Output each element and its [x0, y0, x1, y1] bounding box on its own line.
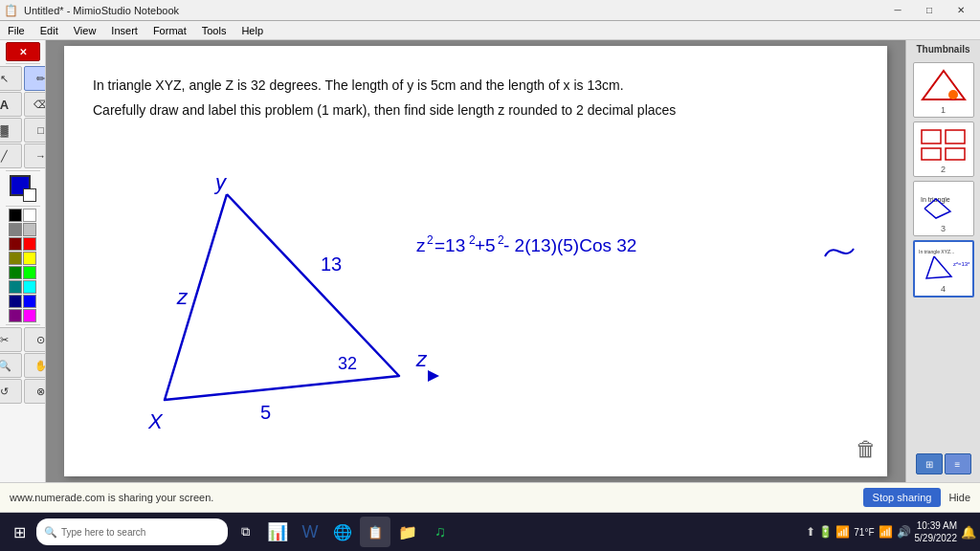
menu-view[interactable]: View	[66, 21, 104, 39]
taskbar-search[interactable]: 🔍 Type here to search	[36, 518, 228, 545]
svg-text:X: X	[147, 409, 164, 433]
svg-point-17	[948, 90, 958, 99]
eraser-tool[interactable]: ⌫	[24, 92, 47, 117]
menubar: File Edit View Insert Format Tools Help	[0, 21, 980, 40]
color-gray[interactable]	[9, 223, 22, 236]
color-blue[interactable]	[23, 295, 36, 308]
undo-extra-tool[interactable]: ↺	[0, 379, 22, 404]
notification-icon[interactable]: 🔔	[961, 525, 976, 540]
close-tool-button[interactable]: ✕	[6, 42, 40, 61]
thumb-num-2: 2	[941, 165, 946, 174]
color-maroon[interactable]	[9, 237, 22, 251]
taskbar-files[interactable]: 📁	[392, 517, 423, 547]
minimize-button[interactable]: ─	[882, 0, 913, 21]
color-yellow[interactable]	[23, 252, 36, 265]
line-tool[interactable]: ╱	[0, 143, 22, 168]
svg-marker-16	[923, 71, 965, 99]
color-olive[interactable]	[9, 252, 22, 265]
clock-date: 5/29/2022	[915, 532, 958, 544]
svg-rect-20	[922, 148, 941, 160]
left-toolbar: ✕ ↖ ✏ A ⌫ ▓ □ ╱ →	[0, 40, 46, 482]
clear-tool[interactable]: ⊗	[24, 379, 47, 404]
temperature: 71°F	[854, 527, 874, 538]
taskbar-chrome[interactable]: 🌐	[327, 517, 358, 547]
thumb-num-1: 1	[941, 105, 946, 115]
whiteboard[interactable]: In triangle XYZ, angle Z is 32 degrees. …	[64, 46, 887, 476]
color-navy[interactable]	[9, 295, 22, 308]
svg-rect-21	[946, 148, 965, 160]
shape-tool[interactable]: □	[24, 118, 47, 143]
pan-tool[interactable]: ✋	[24, 353, 47, 378]
color-purple[interactable]	[9, 309, 22, 322]
speaker-icon: 🔊	[897, 525, 911, 539]
text-tool[interactable]: A	[0, 92, 22, 117]
list-view-button[interactable]: ≡	[945, 453, 971, 474]
color-teal[interactable]	[9, 280, 22, 294]
thumb-preview-3: In triangle	[916, 184, 971, 224]
color-red[interactable]	[23, 237, 36, 251]
close-button[interactable]: ✕	[946, 0, 976, 21]
svg-text:z: z	[416, 235, 426, 255]
maximize-button[interactable]: □	[914, 0, 945, 21]
svg-text:z²=13²: z²=13²	[953, 261, 969, 267]
window-title: Untitled* - MimioStudio Notebook	[24, 5, 179, 16]
canvas-area: In triangle XYZ, angle Z is 32 degrees. …	[46, 40, 905, 482]
app-icon: 📋	[4, 4, 18, 17]
svg-text:z: z	[176, 285, 189, 309]
tray-icons: ⬆ 🔋 📶	[806, 525, 851, 539]
window-title-area: 📋 Untitled* - MimioStudio Notebook	[4, 4, 179, 17]
thumb-preview-2	[916, 124, 971, 165]
grid-view-button[interactable]: ⊞	[916, 453, 943, 474]
share-url-text: www.numerade.com is sharing your screen.	[10, 492, 856, 503]
thumbnail-4[interactable]: In triangle XYZ... z²=13² 4	[913, 240, 974, 298]
svg-text:32: 32	[338, 354, 357, 373]
color-magenta[interactable]	[23, 309, 36, 322]
trash-icon[interactable]: 🗑	[853, 432, 880, 467]
color-cyan[interactable]	[23, 280, 36, 294]
menu-format[interactable]: Format	[145, 21, 194, 39]
color-white[interactable]	[23, 209, 36, 222]
color-silver[interactable]	[23, 223, 36, 236]
drawing-svg: y z 13 5 32 z X z 2 =13 2 +5 2	[64, 46, 887, 476]
menu-edit[interactable]: Edit	[33, 21, 66, 39]
svg-text:+5: +5	[475, 235, 496, 255]
thumbnails-title: Thumbnails	[916, 44, 969, 55]
titlebar: 📋 Untitled* - MimioStudio Notebook ─ □ ✕	[0, 0, 980, 21]
thumbnail-2[interactable]: 2	[913, 121, 974, 177]
thumbnail-3[interactable]: In triangle 3	[913, 181, 974, 236]
menu-help[interactable]: Help	[234, 21, 271, 39]
start-button[interactable]: ⊞	[4, 517, 34, 547]
menu-file[interactable]: File	[0, 21, 33, 39]
zoom-tool[interactable]: 🔍	[0, 353, 22, 378]
menu-insert[interactable]: Insert	[103, 21, 145, 39]
stop-sharing-button[interactable]: Stop sharing	[863, 488, 942, 507]
thumb-num-4: 4	[941, 284, 946, 294]
svg-text:=13: =13	[434, 235, 465, 255]
svg-text:- 2(13)(5)Cos 32: - 2(13)(5)Cos 32	[503, 235, 636, 255]
scissors-tool[interactable]: ✂	[0, 327, 22, 352]
color-lime[interactable]	[23, 266, 36, 279]
hide-button[interactable]: Hide	[948, 492, 970, 503]
system-tray: ⬆ 🔋 📶 71°F 📶 🔊 10:39 AM 5/29/2022 🔔	[806, 519, 976, 544]
pen-tool[interactable]: ✏	[24, 66, 47, 91]
highlighter-tool[interactable]: ▓	[0, 118, 22, 143]
svg-text:13: 13	[321, 253, 342, 275]
color-picker[interactable]	[6, 173, 40, 204]
taskbar-word[interactable]: W	[295, 517, 325, 547]
taskbar-time-date: 10:39 AM 5/29/2022	[915, 519, 958, 544]
arrow-tool[interactable]: →	[24, 143, 47, 168]
lasso-tool[interactable]: ⊙	[24, 327, 47, 352]
search-placeholder: Type here to search	[61, 527, 145, 538]
svg-rect-18	[922, 130, 941, 143]
task-view-button[interactable]: ⧉	[230, 517, 260, 547]
taskbar-mimio[interactable]: 📋	[360, 517, 390, 547]
thumbnail-1[interactable]: 1	[913, 62, 974, 118]
color-black[interactable]	[9, 209, 22, 222]
svg-text:z: z	[415, 347, 428, 371]
color-green[interactable]	[9, 266, 22, 279]
taskbar-excel[interactable]: 📊	[262, 517, 293, 547]
menu-tools[interactable]: Tools	[194, 21, 234, 39]
select-tool[interactable]: ↖	[0, 66, 22, 91]
thumb-bottom-controls: ⊞ ≡	[912, 450, 975, 478]
taskbar-spotify[interactable]: ♫	[425, 517, 456, 547]
